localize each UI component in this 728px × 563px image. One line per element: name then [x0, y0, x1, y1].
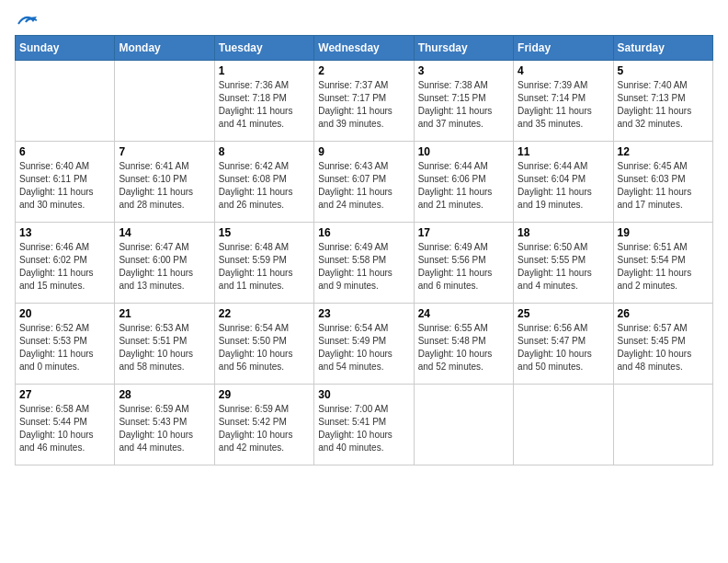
day-info: Sunrise: 6:57 AMSunset: 5:45 PMDaylight:… — [618, 322, 709, 373]
day-cell: 7Sunrise: 6:41 AMSunset: 6:10 PMDaylight… — [115, 142, 214, 223]
day-cell — [414, 385, 513, 465]
day-info: Sunrise: 6:53 AMSunset: 5:51 PMDaylight:… — [119, 322, 210, 373]
day-number: 8 — [219, 145, 310, 158]
day-info: Sunrise: 6:52 AMSunset: 5:53 PMDaylight:… — [19, 322, 110, 373]
day-info: Sunrise: 6:49 AMSunset: 5:56 PMDaylight:… — [418, 241, 509, 293]
logo — [15, 15, 37, 28]
day-cell: 21Sunrise: 6:53 AMSunset: 5:51 PMDayligh… — [115, 304, 214, 385]
col-header-friday: Friday — [514, 36, 613, 61]
day-info: Sunrise: 6:42 AMSunset: 6:08 PMDaylight:… — [219, 160, 310, 212]
day-number: 29 — [219, 388, 310, 401]
day-info: Sunrise: 6:58 AMSunset: 5:44 PMDaylight:… — [19, 403, 110, 454]
day-info: Sunrise: 6:50 AMSunset: 5:55 PMDaylight:… — [518, 241, 609, 293]
day-number: 13 — [19, 226, 110, 239]
week-row-2: 6Sunrise: 6:40 AMSunset: 6:11 PMDaylight… — [16, 142, 713, 223]
day-number: 4 — [518, 64, 609, 77]
day-info: Sunrise: 6:59 AMSunset: 5:43 PMDaylight:… — [119, 403, 210, 454]
page-header — [15, 15, 713, 28]
day-cell: 15Sunrise: 6:48 AMSunset: 5:59 PMDayligh… — [214, 223, 313, 304]
day-info: Sunrise: 7:40 AMSunset: 7:13 PMDaylight:… — [618, 79, 709, 131]
header-row: SundayMondayTuesdayWednesdayThursdayFrid… — [16, 36, 713, 61]
day-cell: 18Sunrise: 6:50 AMSunset: 5:55 PMDayligh… — [514, 223, 613, 304]
day-info: Sunrise: 6:46 AMSunset: 6:02 PMDaylight:… — [19, 241, 110, 293]
day-info: Sunrise: 6:45 AMSunset: 6:03 PMDaylight:… — [618, 160, 709, 212]
day-number: 24 — [418, 307, 509, 320]
calendar-table: SundayMondayTuesdayWednesdayThursdayFrid… — [15, 35, 713, 465]
day-info: Sunrise: 6:40 AMSunset: 6:11 PMDaylight:… — [19, 160, 110, 212]
day-info: Sunrise: 6:48 AMSunset: 5:59 PMDaylight:… — [219, 241, 310, 293]
day-number: 27 — [19, 388, 110, 401]
day-info: Sunrise: 6:44 AMSunset: 6:06 PMDaylight:… — [418, 160, 509, 212]
day-number: 16 — [318, 226, 409, 239]
day-cell: 1Sunrise: 7:36 AMSunset: 7:18 PMDaylight… — [214, 61, 313, 142]
day-number: 5 — [618, 64, 709, 77]
day-number: 1 — [219, 64, 310, 77]
week-row-5: 27Sunrise: 6:58 AMSunset: 5:44 PMDayligh… — [16, 385, 713, 465]
day-cell: 3Sunrise: 7:38 AMSunset: 7:15 PMDaylight… — [414, 61, 513, 142]
day-cell — [613, 385, 712, 465]
day-info: Sunrise: 6:47 AMSunset: 6:00 PMDaylight:… — [119, 241, 210, 293]
day-cell: 24Sunrise: 6:55 AMSunset: 5:48 PMDayligh… — [414, 304, 513, 385]
col-header-sunday: Sunday — [16, 36, 115, 61]
col-header-monday: Monday — [115, 36, 214, 61]
col-header-thursday: Thursday — [414, 36, 513, 61]
day-info: Sunrise: 7:39 AMSunset: 7:14 PMDaylight:… — [518, 79, 609, 131]
day-info: Sunrise: 6:51 AMSunset: 5:54 PMDaylight:… — [618, 241, 709, 293]
day-number: 25 — [518, 307, 609, 320]
day-number: 28 — [119, 388, 210, 401]
day-number: 6 — [19, 145, 110, 158]
day-info: Sunrise: 6:54 AMSunset: 5:49 PMDaylight:… — [318, 322, 409, 373]
day-cell: 9Sunrise: 6:43 AMSunset: 6:07 PMDaylight… — [314, 142, 414, 223]
col-header-wednesday: Wednesday — [314, 36, 414, 61]
day-cell: 8Sunrise: 6:42 AMSunset: 6:08 PMDaylight… — [214, 142, 313, 223]
day-cell: 11Sunrise: 6:44 AMSunset: 6:04 PMDayligh… — [514, 142, 613, 223]
day-cell: 26Sunrise: 6:57 AMSunset: 5:45 PMDayligh… — [613, 304, 712, 385]
day-cell: 30Sunrise: 7:00 AMSunset: 5:41 PMDayligh… — [314, 385, 414, 465]
day-number: 19 — [618, 226, 709, 239]
day-number: 11 — [518, 145, 609, 158]
day-number: 3 — [418, 64, 509, 77]
day-info: Sunrise: 6:44 AMSunset: 6:04 PMDaylight:… — [518, 160, 609, 212]
day-info: Sunrise: 6:43 AMSunset: 6:07 PMDaylight:… — [318, 160, 409, 212]
day-info: Sunrise: 6:41 AMSunset: 6:10 PMDaylight:… — [119, 160, 210, 212]
day-cell: 5Sunrise: 7:40 AMSunset: 7:13 PMDaylight… — [613, 61, 712, 142]
day-number: 7 — [119, 145, 210, 158]
day-cell: 19Sunrise: 6:51 AMSunset: 5:54 PMDayligh… — [613, 223, 712, 304]
day-number: 15 — [219, 226, 310, 239]
day-info: Sunrise: 6:54 AMSunset: 5:50 PMDaylight:… — [219, 322, 310, 373]
day-cell: 23Sunrise: 6:54 AMSunset: 5:49 PMDayligh… — [314, 304, 414, 385]
day-number: 22 — [219, 307, 310, 320]
day-cell: 28Sunrise: 6:59 AMSunset: 5:43 PMDayligh… — [115, 385, 214, 465]
day-cell: 10Sunrise: 6:44 AMSunset: 6:06 PMDayligh… — [414, 142, 513, 223]
col-header-tuesday: Tuesday — [214, 36, 313, 61]
day-cell: 20Sunrise: 6:52 AMSunset: 5:53 PMDayligh… — [16, 304, 115, 385]
day-cell — [16, 61, 115, 142]
day-number: 18 — [518, 226, 609, 239]
day-cell: 22Sunrise: 6:54 AMSunset: 5:50 PMDayligh… — [214, 304, 313, 385]
day-number: 14 — [119, 226, 210, 239]
day-cell: 6Sunrise: 6:40 AMSunset: 6:11 PMDaylight… — [16, 142, 115, 223]
day-number: 23 — [318, 307, 409, 320]
day-cell: 14Sunrise: 6:47 AMSunset: 6:00 PMDayligh… — [115, 223, 214, 304]
day-number: 12 — [618, 145, 709, 158]
day-cell: 4Sunrise: 7:39 AMSunset: 7:14 PMDaylight… — [514, 61, 613, 142]
day-info: Sunrise: 7:00 AMSunset: 5:41 PMDaylight:… — [318, 403, 409, 454]
day-info: Sunrise: 7:37 AMSunset: 7:17 PMDaylight:… — [318, 79, 409, 131]
day-cell: 12Sunrise: 6:45 AMSunset: 6:03 PMDayligh… — [613, 142, 712, 223]
day-info: Sunrise: 7:36 AMSunset: 7:18 PMDaylight:… — [219, 79, 310, 131]
day-cell: 16Sunrise: 6:49 AMSunset: 5:58 PMDayligh… — [314, 223, 414, 304]
day-number: 26 — [618, 307, 709, 320]
day-cell: 17Sunrise: 6:49 AMSunset: 5:56 PMDayligh… — [414, 223, 513, 304]
day-cell — [514, 385, 613, 465]
col-header-saturday: Saturday — [613, 36, 712, 61]
day-info: Sunrise: 6:56 AMSunset: 5:47 PMDaylight:… — [518, 322, 609, 373]
day-info: Sunrise: 6:49 AMSunset: 5:58 PMDaylight:… — [318, 241, 409, 293]
day-number: 21 — [119, 307, 210, 320]
day-cell: 29Sunrise: 6:59 AMSunset: 5:42 PMDayligh… — [214, 385, 313, 465]
day-cell — [115, 61, 214, 142]
day-number: 9 — [318, 145, 409, 158]
day-info: Sunrise: 7:38 AMSunset: 7:15 PMDaylight:… — [418, 79, 509, 131]
day-number: 10 — [418, 145, 509, 158]
day-info: Sunrise: 6:59 AMSunset: 5:42 PMDaylight:… — [219, 403, 310, 454]
day-cell: 27Sunrise: 6:58 AMSunset: 5:44 PMDayligh… — [16, 385, 115, 465]
